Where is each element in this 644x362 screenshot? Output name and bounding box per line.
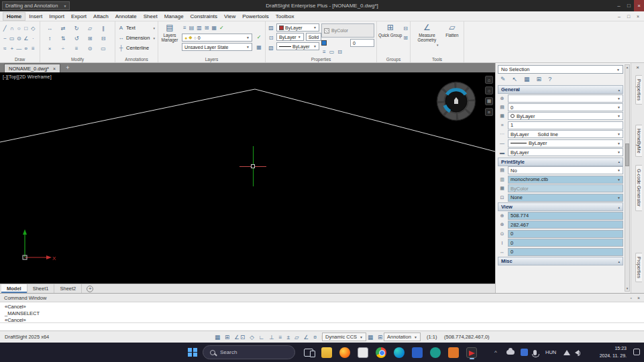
section-header-view[interactable]: View ▴ <box>498 202 623 211</box>
chevron-down-icon[interactable]: ▼ <box>246 45 250 49</box>
taskbar-search[interactable]: Search <box>203 345 295 359</box>
chevron-down-icon[interactable]: ▾ <box>153 26 155 30</box>
chevron-down-icon[interactable]: ▼ <box>616 68 620 72</box>
status-toggle-icon[interactable]: ∟ <box>259 334 264 341</box>
scroll-up-icon[interactable]: ▴ <box>627 65 629 70</box>
maximize-button[interactable]: □ <box>624 0 634 11</box>
minimize-button[interactable]: – <box>614 0 624 11</box>
chevron-down-icon[interactable]: ▼ <box>617 196 621 200</box>
document-tab[interactable]: NONAME_0.dwg* × <box>4 64 60 72</box>
ungroup-icon[interactable]: ⊟ <box>403 25 408 32</box>
collapse-icon[interactable]: ▴ <box>618 205 620 209</box>
ribbon-group-label-properties[interactable]: Properties <box>266 57 376 62</box>
menu-import[interactable]: Import <box>46 13 68 20</box>
status-toggle-icon[interactable]: ⊞ <box>378 334 382 341</box>
property-painter-icon[interactable]: ▧ <box>268 45 274 51</box>
thickness-field[interactable]: 0 <box>350 39 374 47</box>
onedrive-tray-button[interactable] <box>506 343 515 362</box>
chevron-down-icon[interactable]: ▼ <box>313 25 317 29</box>
status-toggle-icon[interactable]: ¤ <box>313 334 317 341</box>
linescale-field[interactable]: 1 <box>508 121 623 129</box>
language-indicator[interactable]: HUN <box>545 343 556 362</box>
viewport-control-icon[interactable]: ▦ <box>485 97 493 105</box>
viewport-controls-label[interactable]: [-][Top][2D Wireframe] <box>3 74 52 79</box>
chevron-down-icon[interactable]: ▾ <box>153 36 155 40</box>
palette-tab-homebyme[interactable]: HomeByMe <box>635 125 642 158</box>
chevron-down-icon[interactable]: ▼ <box>617 178 621 182</box>
drawing-canvas[interactable]: [-][Top][2D Wireframe] X <box>0 72 495 284</box>
edit-icon[interactable]: ✎ <box>500 76 506 82</box>
doc-minimize-button[interactable]: – <box>614 11 624 21</box>
ribbon-group-label-layers[interactable]: Layers <box>158 57 265 62</box>
app-button[interactable] <box>409 345 425 360</box>
view-height-field[interactable]: 0 <box>508 239 623 247</box>
modify-tool-icon[interactable]: ⊙ <box>88 46 93 52</box>
tray-app-button[interactable] <box>521 343 528 362</box>
draw-tool-icon[interactable]: ○ <box>17 25 21 32</box>
palette-tab-gcode[interactable]: G-code Generator <box>635 165 642 210</box>
draw-tool-icon[interactable]: — <box>16 46 21 52</box>
modify-tool-icon[interactable]: ⇅ <box>61 36 66 42</box>
menu-view[interactable]: View <box>221 13 239 20</box>
collapse-icon[interactable]: ▴ <box>618 160 620 164</box>
lineweight-select[interactable]: ByLayer ▼ <box>276 42 319 50</box>
ribbon-group-label-groups[interactable]: Groups <box>377 57 410 62</box>
tab-model[interactable]: Model <box>1 284 28 293</box>
edit-group-icon[interactable]: ⊞ <box>403 35 408 41</box>
chevron-down-icon[interactable]: ▼ <box>617 150 621 154</box>
hyperlink-field[interactable]: ▼ <box>508 95 623 103</box>
selection-filter-select[interactable]: No Selection ▼ <box>498 65 623 74</box>
view-center-y-field[interactable]: 282.467 <box>508 221 623 229</box>
layer-tool-icon[interactable]: ▦ <box>212 25 217 31</box>
transparency-field[interactable]: ByLayer ▼ <box>508 148 623 156</box>
doc-restore-button[interactable]: □ <box>624 11 633 21</box>
menu-insert[interactable]: Insert <box>25 13 46 20</box>
snap-toggle-icon[interactable]: ⊞ <box>225 334 229 341</box>
chevron-down-icon[interactable]: ▼ <box>617 105 621 109</box>
microphone-tray-button[interactable] <box>533 343 537 362</box>
layer-select[interactable]: ● ◆ ○ 0 ▼ <box>182 34 252 42</box>
menu-home[interactable]: Home <box>3 12 25 21</box>
layer-preview-icon[interactable]: ▦ <box>256 44 262 50</box>
menu-sheet[interactable]: Sheet <box>140 13 161 20</box>
draw-tool-icon[interactable]: ∠ <box>23 36 28 42</box>
start-button[interactable] <box>188 343 197 362</box>
menu-export[interactable]: Export <box>68 13 90 20</box>
layer-tool-icon[interactable]: ▥ <box>197 25 202 31</box>
status-toggle-icon[interactable]: ⊡ <box>240 334 245 341</box>
flatten-button[interactable]: ▱ Flatten <box>445 21 458 47</box>
close-palette-icon[interactable]: × <box>636 64 639 72</box>
quick-select-icon[interactable]: ▦ <box>524 76 530 82</box>
collapse-icon[interactable]: ▴ <box>618 88 620 92</box>
ortho-toggle-icon[interactable]: ∠ <box>234 334 239 341</box>
task-view-button[interactable] <box>301 345 317 360</box>
grid-icon[interactable]: ⊞ <box>537 76 542 82</box>
modify-tool-icon[interactable]: × <box>48 46 52 52</box>
dock-icon[interactable]: ▫ <box>630 296 631 300</box>
viewport-control-icon[interactable]: ⌂ <box>485 76 493 84</box>
status-toggle-icon[interactable]: ⊥ <box>269 334 274 341</box>
menu-constraints[interactable]: Constraints <box>187 13 221 20</box>
layer-tool-icon[interactable]: ▤ <box>189 25 195 31</box>
doc-close-button[interactable]: × <box>633 11 643 21</box>
measure-geometry-button[interactable]: ∠ Measure Geometry ▾ <box>415 21 438 47</box>
network-button[interactable] <box>564 343 570 362</box>
draw-tool-icon[interactable]: ⊙ <box>17 36 21 42</box>
menu-attach[interactable]: Attach <box>90 13 112 20</box>
tab-sheet1[interactable]: Sheet1 <box>28 284 55 293</box>
printstyle-category-field[interactable]: None ▼ <box>508 194 623 202</box>
layers-manager-button[interactable]: ▤ Layers Manager <box>160 23 180 56</box>
palette-tab-properties-2[interactable]: Properties <box>635 253 642 282</box>
layer-tool-icon[interactable]: ⊞ <box>205 25 209 31</box>
chevron-down-icon[interactable]: ▼ <box>617 114 621 118</box>
draw-tool-icon[interactable]: ∩ <box>10 25 14 32</box>
command-input[interactable] <box>0 322 644 330</box>
chevron-down-icon[interactable]: ▼ <box>617 132 621 136</box>
section-header-general[interactable]: General ▴ <box>498 85 623 94</box>
chevron-down-icon[interactable]: ▼ <box>617 97 621 101</box>
chevron-down-icon[interactable]: ▾ <box>437 43 439 47</box>
modify-tool-icon[interactable]: ▭ <box>101 46 106 52</box>
view-width-field[interactable]: 0 <box>508 248 623 256</box>
status-toggle-icon[interactable]: ∠ <box>304 334 309 341</box>
annotation-scale-select[interactable]: Annotation ▼ <box>384 333 421 341</box>
